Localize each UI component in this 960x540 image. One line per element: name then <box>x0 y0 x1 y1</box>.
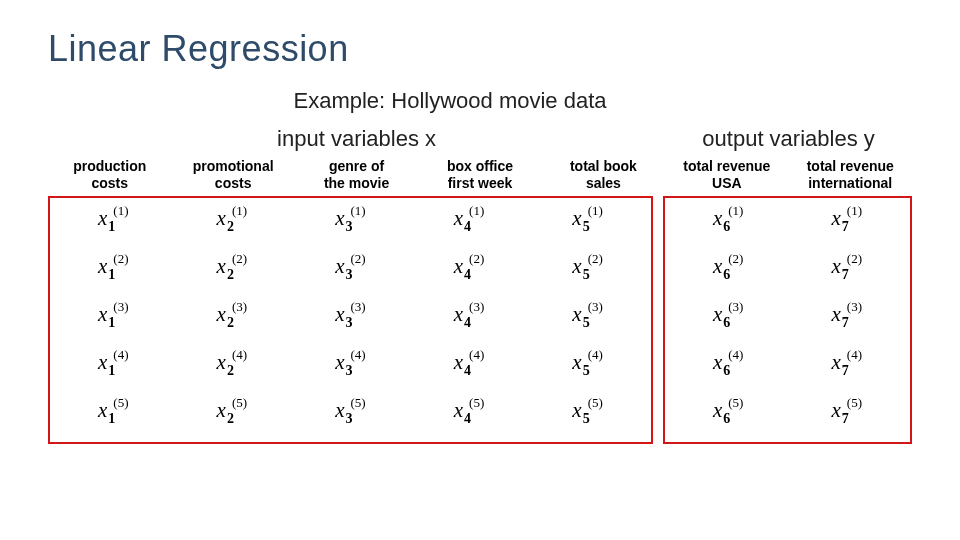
variable-cell: x5(5) <box>572 400 603 432</box>
variable-cell: x4(5) <box>454 400 485 432</box>
col-header-4-l1: box office <box>447 158 513 174</box>
col-header-3-l2: the movie <box>324 175 389 191</box>
variable-cell: x5(3) <box>572 304 603 336</box>
variable-cell: x7(2) <box>831 256 862 288</box>
variable-cell: x2(3) <box>217 304 248 336</box>
variable-cell: x4(2) <box>454 256 485 288</box>
variable-cell: x2(5) <box>217 400 248 432</box>
col-1: x1(1)x1(2)x1(3)x1(4)x1(5) <box>54 208 173 432</box>
col-header-7-l1: total revenue <box>807 158 894 174</box>
variable-cell: x7(3) <box>831 304 862 336</box>
variable-cell: x7(4) <box>831 352 862 384</box>
variable-cell: x3(5) <box>335 400 366 432</box>
variable-cell: x3(4) <box>335 352 366 384</box>
col-4: x4(1)x4(2)x4(3)x4(4)x4(5) <box>410 208 529 432</box>
slide-subtitle: Example: Hollywood movie data <box>0 88 912 114</box>
col-2: x2(1)x2(2)x2(3)x2(4)x2(5) <box>173 208 292 432</box>
col-header-1-l2: costs <box>91 175 128 191</box>
slide: Linear Regression Example: Hollywood mov… <box>0 0 960 464</box>
col-header-2-l2: costs <box>215 175 252 191</box>
variable-cell: x1(4) <box>98 352 129 384</box>
variable-cell: x5(2) <box>572 256 603 288</box>
variable-cell: x7(5) <box>831 400 862 432</box>
col-header-1: production costs <box>48 158 171 192</box>
col-header-6-l2: USA <box>712 175 742 191</box>
variable-cell: x3(2) <box>335 256 366 288</box>
col-header-2: promotional costs <box>171 158 294 192</box>
col-header-1-l1: production <box>73 158 146 174</box>
input-box: x1(1)x1(2)x1(3)x1(4)x1(5) x2(1)x2(2)x2(3… <box>48 196 653 444</box>
variable-cell: x1(5) <box>98 400 129 432</box>
variable-cell: x1(2) <box>98 256 129 288</box>
col-header-6: total revenue USA <box>665 158 788 192</box>
column-headers: production costs promotional costs genre… <box>48 158 912 192</box>
variable-cell: x1(1) <box>98 208 129 240</box>
variable-cell: x4(4) <box>454 352 485 384</box>
variable-cell: x3(3) <box>335 304 366 336</box>
col-header-3: genre of the movie <box>295 158 418 192</box>
col-header-5-l1: total book <box>570 158 637 174</box>
variable-cell: x2(2) <box>217 256 248 288</box>
slide-title: Linear Regression <box>48 28 912 70</box>
col-header-5-l2: sales <box>586 175 621 191</box>
input-section-label: input variables x <box>48 126 665 152</box>
col-header-3-l1: genre of <box>329 158 384 174</box>
variable-cell: x1(3) <box>98 304 129 336</box>
col-header-7-l2: international <box>808 175 892 191</box>
col-5: x5(1)x5(2)x5(3)x5(4)x5(5) <box>528 208 647 432</box>
output-section-label: output variables y <box>665 126 912 152</box>
variable-cell: x6(5) <box>713 400 744 432</box>
variable-cell: x6(4) <box>713 352 744 384</box>
col-header-6-l1: total revenue <box>683 158 770 174</box>
variable-cell: x5(4) <box>572 352 603 384</box>
col-7: x7(1)x7(2)x7(3)x7(4)x7(5) <box>787 208 906 432</box>
col-header-7: total revenue international <box>789 158 912 192</box>
col-header-5: total book sales <box>542 158 665 192</box>
variable-cell: x4(3) <box>454 304 485 336</box>
col-header-4-l2: first week <box>448 175 513 191</box>
variable-cell: x6(2) <box>713 256 744 288</box>
variable-cell: x2(1) <box>217 208 248 240</box>
variable-cell: x7(1) <box>831 208 862 240</box>
variable-cell: x6(1) <box>713 208 744 240</box>
variable-cell: x5(1) <box>572 208 603 240</box>
variable-cell: x6(3) <box>713 304 744 336</box>
variable-cell: x3(1) <box>335 208 366 240</box>
col-header-4: box office first week <box>418 158 541 192</box>
variable-cell: x4(1) <box>454 208 485 240</box>
output-box: x6(1)x6(2)x6(3)x6(4)x6(5) x7(1)x7(2)x7(3… <box>663 196 912 444</box>
variable-cell: x2(4) <box>217 352 248 384</box>
col-header-2-l1: promotional <box>193 158 274 174</box>
section-labels: input variables x output variables y <box>48 126 912 152</box>
col-6: x6(1)x6(2)x6(3)x6(4)x6(5) <box>669 208 788 432</box>
data-boxes: x1(1)x1(2)x1(3)x1(4)x1(5) x2(1)x2(2)x2(3… <box>48 196 912 444</box>
col-3: x3(1)x3(2)x3(3)x3(4)x3(5) <box>291 208 410 432</box>
